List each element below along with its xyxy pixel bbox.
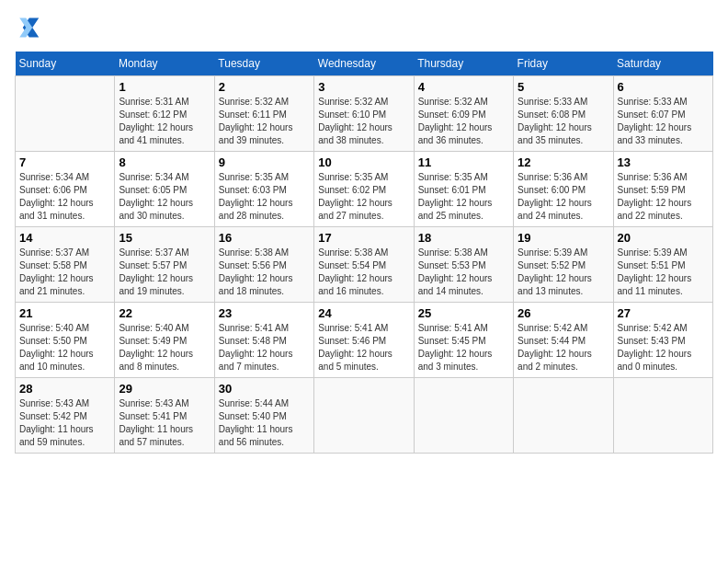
calendar-cell: 20Sunrise: 5:39 AM Sunset: 5:51 PM Dayli… bbox=[613, 227, 712, 303]
cell-info: Sunrise: 5:40 AM Sunset: 5:50 PM Dayligh… bbox=[19, 322, 110, 373]
date-number: 27 bbox=[618, 306, 709, 320]
date-number: 12 bbox=[518, 155, 609, 169]
calendar-cell: 29Sunrise: 5:43 AM Sunset: 5:41 PM Dayli… bbox=[115, 378, 214, 454]
cell-info: Sunrise: 5:35 AM Sunset: 6:03 PM Dayligh… bbox=[219, 171, 310, 223]
calendar-cell: 24Sunrise: 5:41 AM Sunset: 5:46 PM Dayli… bbox=[314, 303, 414, 378]
calendar-cell bbox=[16, 76, 115, 152]
calendar-cell: 17Sunrise: 5:38 AM Sunset: 5:54 PM Dayli… bbox=[314, 227, 414, 303]
calendar-cell: 19Sunrise: 5:39 AM Sunset: 5:52 PM Dayli… bbox=[514, 227, 613, 303]
cell-info: Sunrise: 5:41 AM Sunset: 5:46 PM Dayligh… bbox=[318, 322, 409, 373]
cell-info: Sunrise: 5:38 AM Sunset: 5:56 PM Dayligh… bbox=[219, 247, 310, 298]
calendar-cell: 25Sunrise: 5:41 AM Sunset: 5:45 PM Dayli… bbox=[414, 303, 513, 378]
calendar-week-5: 28Sunrise: 5:43 AM Sunset: 5:42 PM Dayli… bbox=[16, 378, 713, 454]
cell-info: Sunrise: 5:32 AM Sunset: 6:09 PM Dayligh… bbox=[418, 96, 509, 147]
calendar-cell: 6Sunrise: 5:33 AM Sunset: 6:07 PM Daylig… bbox=[613, 76, 712, 152]
calendar-cell: 5Sunrise: 5:33 AM Sunset: 6:08 PM Daylig… bbox=[514, 76, 613, 152]
calendar-cell: 4Sunrise: 5:32 AM Sunset: 6:09 PM Daylig… bbox=[414, 76, 513, 152]
calendar-cell: 1Sunrise: 5:31 AM Sunset: 6:12 PM Daylig… bbox=[115, 76, 214, 152]
calendar-cell: 12Sunrise: 5:36 AM Sunset: 6:00 PM Dayli… bbox=[514, 152, 613, 227]
weekday-header-tuesday: Tuesday bbox=[214, 52, 313, 76]
weekday-header-sunday: Sunday bbox=[16, 52, 115, 76]
cell-info: Sunrise: 5:43 AM Sunset: 5:41 PM Dayligh… bbox=[119, 397, 210, 449]
date-number: 28 bbox=[19, 382, 110, 396]
cell-info: Sunrise: 5:37 AM Sunset: 5:58 PM Dayligh… bbox=[19, 247, 110, 298]
calendar-cell: 13Sunrise: 5:36 AM Sunset: 5:59 PM Dayli… bbox=[613, 152, 712, 227]
calendar-cell: 3Sunrise: 5:32 AM Sunset: 6:10 PM Daylig… bbox=[314, 76, 414, 152]
cell-info: Sunrise: 5:36 AM Sunset: 6:00 PM Dayligh… bbox=[518, 171, 609, 223]
cell-info: Sunrise: 5:31 AM Sunset: 6:12 PM Dayligh… bbox=[119, 96, 210, 147]
date-number: 26 bbox=[518, 306, 609, 320]
calendar-week-3: 14Sunrise: 5:37 AM Sunset: 5:58 PM Dayli… bbox=[16, 227, 713, 303]
weekday-header-monday: Monday bbox=[115, 52, 214, 76]
cell-info: Sunrise: 5:39 AM Sunset: 5:51 PM Dayligh… bbox=[618, 247, 709, 298]
date-number: 20 bbox=[618, 231, 709, 245]
calendar-cell: 30Sunrise: 5:44 AM Sunset: 5:40 PM Dayli… bbox=[214, 378, 313, 454]
date-number: 15 bbox=[119, 231, 210, 245]
date-number: 2 bbox=[219, 80, 310, 94]
calendar-cell bbox=[414, 378, 513, 454]
cell-info: Sunrise: 5:42 AM Sunset: 5:43 PM Dayligh… bbox=[618, 322, 709, 373]
logo bbox=[15, 15, 44, 40]
date-number: 18 bbox=[418, 231, 509, 245]
cell-info: Sunrise: 5:39 AM Sunset: 5:52 PM Dayligh… bbox=[518, 247, 609, 298]
cell-info: Sunrise: 5:41 AM Sunset: 5:48 PM Dayligh… bbox=[219, 322, 310, 373]
calendar-cell: 10Sunrise: 5:35 AM Sunset: 6:02 PM Dayli… bbox=[314, 152, 414, 227]
calendar-week-4: 21Sunrise: 5:40 AM Sunset: 5:50 PM Dayli… bbox=[16, 303, 713, 378]
date-number: 24 bbox=[318, 306, 409, 320]
calendar-cell: 7Sunrise: 5:34 AM Sunset: 6:06 PM Daylig… bbox=[16, 152, 115, 227]
cell-info: Sunrise: 5:33 AM Sunset: 6:07 PM Dayligh… bbox=[618, 96, 709, 147]
date-number: 4 bbox=[418, 80, 509, 94]
date-number: 3 bbox=[318, 80, 409, 94]
calendar-cell: 26Sunrise: 5:42 AM Sunset: 5:44 PM Dayli… bbox=[514, 303, 613, 378]
date-number: 1 bbox=[119, 80, 210, 94]
cell-info: Sunrise: 5:34 AM Sunset: 6:06 PM Dayligh… bbox=[19, 171, 110, 223]
date-number: 13 bbox=[618, 155, 709, 169]
date-number: 21 bbox=[19, 306, 110, 320]
calendar-cell: 16Sunrise: 5:38 AM Sunset: 5:56 PM Dayli… bbox=[214, 227, 313, 303]
calendar-cell: 2Sunrise: 5:32 AM Sunset: 6:11 PM Daylig… bbox=[214, 76, 313, 152]
calendar-cell bbox=[613, 378, 712, 454]
weekday-header-wednesday: Wednesday bbox=[314, 52, 414, 76]
cell-info: Sunrise: 5:43 AM Sunset: 5:42 PM Dayligh… bbox=[19, 397, 110, 449]
cell-info: Sunrise: 5:37 AM Sunset: 5:57 PM Dayligh… bbox=[119, 247, 210, 298]
calendar-table: SundayMondayTuesdayWednesdayThursdayFrid… bbox=[15, 52, 713, 454]
calendar-week-2: 7Sunrise: 5:34 AM Sunset: 6:06 PM Daylig… bbox=[16, 152, 713, 227]
date-number: 10 bbox=[318, 155, 409, 169]
calendar-cell: 27Sunrise: 5:42 AM Sunset: 5:43 PM Dayli… bbox=[613, 303, 712, 378]
page-header bbox=[15, 15, 713, 40]
calendar-cell bbox=[314, 378, 414, 454]
calendar-cell: 11Sunrise: 5:35 AM Sunset: 6:01 PM Dayli… bbox=[414, 152, 513, 227]
weekday-header-thursday: Thursday bbox=[414, 52, 513, 76]
date-number: 7 bbox=[19, 155, 110, 169]
calendar-cell: 8Sunrise: 5:34 AM Sunset: 6:05 PM Daylig… bbox=[115, 152, 214, 227]
cell-info: Sunrise: 5:42 AM Sunset: 5:44 PM Dayligh… bbox=[518, 322, 609, 373]
calendar-cell: 18Sunrise: 5:38 AM Sunset: 5:53 PM Dayli… bbox=[414, 227, 513, 303]
date-number: 16 bbox=[219, 231, 310, 245]
date-number: 11 bbox=[418, 155, 509, 169]
logo-icon bbox=[15, 15, 40, 40]
cell-info: Sunrise: 5:44 AM Sunset: 5:40 PM Dayligh… bbox=[219, 397, 310, 449]
calendar-cell: 21Sunrise: 5:40 AM Sunset: 5:50 PM Dayli… bbox=[16, 303, 115, 378]
date-number: 29 bbox=[119, 382, 210, 396]
date-number: 19 bbox=[518, 231, 609, 245]
date-number: 9 bbox=[219, 155, 310, 169]
calendar-cell: 15Sunrise: 5:37 AM Sunset: 5:57 PM Dayli… bbox=[115, 227, 214, 303]
date-number: 17 bbox=[318, 231, 409, 245]
cell-info: Sunrise: 5:41 AM Sunset: 5:45 PM Dayligh… bbox=[418, 322, 509, 373]
cell-info: Sunrise: 5:40 AM Sunset: 5:49 PM Dayligh… bbox=[119, 322, 210, 373]
calendar-cell: 23Sunrise: 5:41 AM Sunset: 5:48 PM Dayli… bbox=[214, 303, 313, 378]
calendar-week-1: 1Sunrise: 5:31 AM Sunset: 6:12 PM Daylig… bbox=[16, 76, 713, 152]
weekday-header-saturday: Saturday bbox=[613, 52, 712, 76]
date-number: 30 bbox=[219, 382, 310, 396]
cell-info: Sunrise: 5:35 AM Sunset: 6:01 PM Dayligh… bbox=[418, 171, 509, 223]
cell-info: Sunrise: 5:32 AM Sunset: 6:11 PM Dayligh… bbox=[219, 96, 310, 147]
weekday-header-friday: Friday bbox=[514, 52, 613, 76]
date-number: 6 bbox=[618, 80, 709, 94]
date-number: 5 bbox=[518, 80, 609, 94]
cell-info: Sunrise: 5:38 AM Sunset: 5:53 PM Dayligh… bbox=[418, 247, 509, 298]
calendar-cell: 22Sunrise: 5:40 AM Sunset: 5:49 PM Dayli… bbox=[115, 303, 214, 378]
cell-info: Sunrise: 5:32 AM Sunset: 6:10 PM Dayligh… bbox=[318, 96, 409, 147]
cell-info: Sunrise: 5:33 AM Sunset: 6:08 PM Dayligh… bbox=[518, 96, 609, 147]
date-number: 23 bbox=[219, 306, 310, 320]
date-number: 25 bbox=[418, 306, 509, 320]
